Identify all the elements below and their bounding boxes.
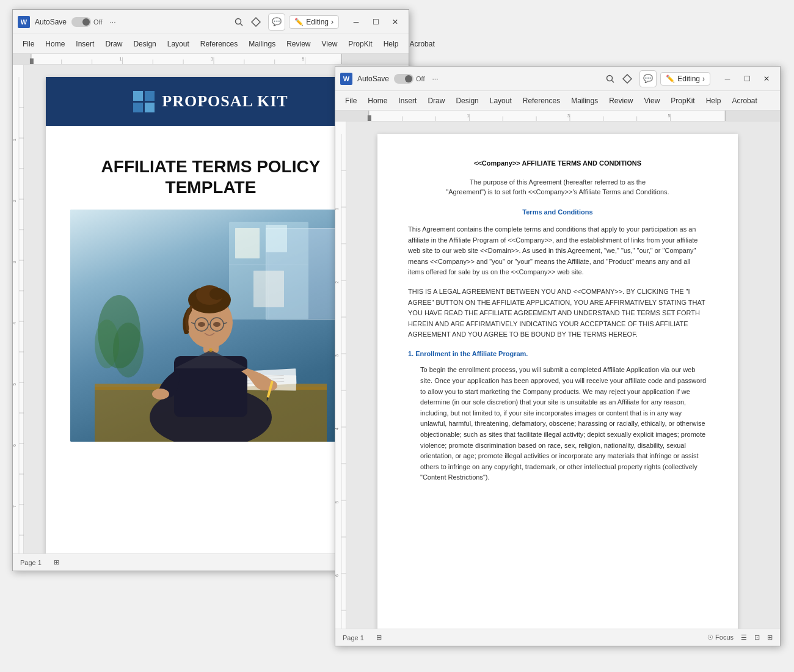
chevron-icon-front: ›	[702, 75, 705, 83]
menu-draw[interactable]: Draw	[100, 37, 127, 51]
editing-button-front[interactable]: ✏️ Editing ›	[660, 72, 710, 86]
ribbon-diamond-icon-front[interactable]	[619, 70, 636, 87]
svg-marker-84	[623, 75, 632, 83]
menu-acrobat[interactable]: Acrobat	[404, 37, 439, 51]
title-bar-front: W AutoSave Off ··· 💬 ✏️ Editing ›	[335, 67, 780, 91]
status-right-front: ☉ Focus ☰ ⊡ ⊞	[707, 634, 773, 641]
word-icon-front: W	[340, 73, 352, 85]
window-controls-back: ─ ☐ ✕	[348, 13, 404, 31]
menu-help-front[interactable]: Help	[701, 94, 726, 108]
logo-cell-1	[133, 91, 143, 101]
menu-layout[interactable]: Layout	[162, 37, 194, 51]
more-options-btn-front[interactable]: ···	[430, 73, 441, 84]
svg-text:2: 2	[13, 200, 16, 202]
menu-design-front[interactable]: Design	[451, 94, 483, 108]
menu-design[interactable]: Design	[128, 37, 161, 51]
doc-intro: The purpose of this Agreement (hereafter…	[408, 177, 707, 197]
pencil-icon: ✏️	[294, 18, 304, 26]
menu-propkit-front[interactable]: PropKit	[666, 94, 699, 108]
more-options-btn[interactable]: ···	[107, 16, 118, 27]
menu-references[interactable]: References	[195, 37, 242, 51]
autosave-label: AutoSave	[35, 18, 67, 26]
cover-main-title: AFFILIATE TERMS POLICY TEMPLATE	[70, 156, 351, 197]
ribbon-diamond-icon[interactable]	[247, 13, 264, 31]
menu-view-front[interactable]: View	[639, 94, 665, 108]
doc-legal-block: THIS IS A LEGAL AGREEMENT BETWEEN YOU AN…	[408, 287, 707, 340]
svg-text:5: 5	[668, 114, 671, 118]
autosave-toggle-front[interactable]: Off	[394, 74, 424, 84]
horizontal-ruler-front: 1 3 5	[335, 111, 780, 122]
menu-insert-front[interactable]: Insert	[393, 94, 421, 108]
menu-layout-front[interactable]: Layout	[485, 94, 517, 108]
person-illustration	[70, 210, 351, 442]
svg-rect-87	[725, 111, 780, 121]
menu-home[interactable]: Home	[40, 37, 70, 51]
menu-references-front[interactable]: References	[518, 94, 565, 108]
toggle-track-front	[394, 74, 413, 84]
comment-button[interactable]: 💬	[268, 13, 285, 31]
menu-draw-front[interactable]: Draw	[423, 94, 450, 108]
svg-rect-51	[253, 271, 284, 307]
menu-acrobat-front[interactable]: Acrobat	[727, 94, 762, 108]
toggle-track	[71, 17, 91, 27]
menu-file[interactable]: File	[18, 37, 39, 51]
svg-line-1	[241, 23, 243, 26]
menu-bar-back: File Home Insert Draw Design Layout Refe…	[13, 34, 409, 54]
view-icon-front-2[interactable]: ⊡	[754, 634, 760, 641]
menu-file-front[interactable]: File	[340, 94, 362, 108]
menu-propkit[interactable]: PropKit	[343, 37, 377, 51]
focus-label-front[interactable]: ☉ Focus	[707, 634, 734, 641]
menu-view[interactable]: View	[317, 37, 343, 51]
svg-text:6: 6	[13, 444, 16, 447]
minimize-button-back[interactable]: ─	[348, 13, 365, 31]
title-bar-right-front: 💬 ✏️ Editing › ─ ☐ ✕	[619, 70, 775, 87]
document-page-back: PROPOSAL KIT AFFILIATE TERMS POLICY TEMP…	[46, 77, 376, 553]
comment-button-front[interactable]: 💬	[639, 70, 657, 87]
minimize-button-front[interactable]: ─	[719, 70, 736, 87]
svg-text:1: 1	[335, 208, 339, 210]
autosave-toggle[interactable]: Off	[71, 17, 102, 27]
svg-text:5: 5	[335, 501, 339, 503]
close-button-front[interactable]: ✕	[758, 70, 775, 87]
svg-text:2: 2	[335, 281, 339, 283]
status-icon-front-1: ⊞	[376, 634, 382, 641]
menu-help[interactable]: Help	[379, 37, 404, 51]
logo-grid	[133, 91, 155, 112]
editing-button-back[interactable]: ✏️ Editing ›	[289, 15, 339, 29]
toggle-thumb	[82, 18, 90, 26]
svg-rect-49	[235, 228, 260, 258]
toggle-state-label-front: Off	[416, 75, 424, 82]
toggle-thumb-front	[405, 75, 412, 82]
page-number-back: Page 1	[20, 559, 42, 566]
svg-text:6: 6	[335, 574, 339, 577]
word-window-front: W AutoSave Off ··· 💬 ✏️ Editing ›	[335, 66, 781, 646]
svg-point-81	[113, 323, 144, 378]
close-button-back[interactable]: ✕	[387, 13, 404, 31]
doc-main-title: <<Company>> AFFILIATE TERMS AND CONDITIO…	[408, 158, 707, 169]
view-icon-front-3[interactable]: ⊞	[767, 634, 773, 641]
svg-point-74	[213, 322, 220, 327]
svg-text:1: 1	[13, 139, 16, 141]
search-button-front[interactable]	[602, 70, 619, 87]
svg-rect-7	[341, 54, 342, 64]
svg-point-67	[209, 288, 224, 300]
title-bar-center-front	[602, 70, 619, 87]
logo-cell-3	[133, 103, 143, 112]
menu-insert[interactable]: Insert	[71, 37, 99, 51]
word-icon: W	[18, 16, 30, 28]
svg-text:7: 7	[13, 505, 16, 508]
toggle-state-label: Off	[93, 18, 102, 26]
view-icon-front-1[interactable]: ☰	[741, 634, 747, 641]
maximize-button-front[interactable]: ☐	[738, 70, 756, 87]
menu-home-front[interactable]: Home	[363, 94, 392, 108]
menu-mailings[interactable]: Mailings	[244, 37, 280, 51]
menu-review-front[interactable]: Review	[604, 94, 638, 108]
document-area-front: 1 2 3 4 5 6 7 8	[335, 122, 780, 629]
menu-mailings-front[interactable]: Mailings	[566, 94, 603, 108]
maximize-button-back[interactable]: ☐	[367, 13, 384, 31]
menu-review[interactable]: Review	[282, 37, 315, 51]
pencil-icon-front: ✏️	[666, 75, 675, 83]
svg-text:4: 4	[13, 322, 16, 324]
search-button[interactable]	[230, 13, 247, 31]
svg-point-82	[607, 75, 613, 81]
